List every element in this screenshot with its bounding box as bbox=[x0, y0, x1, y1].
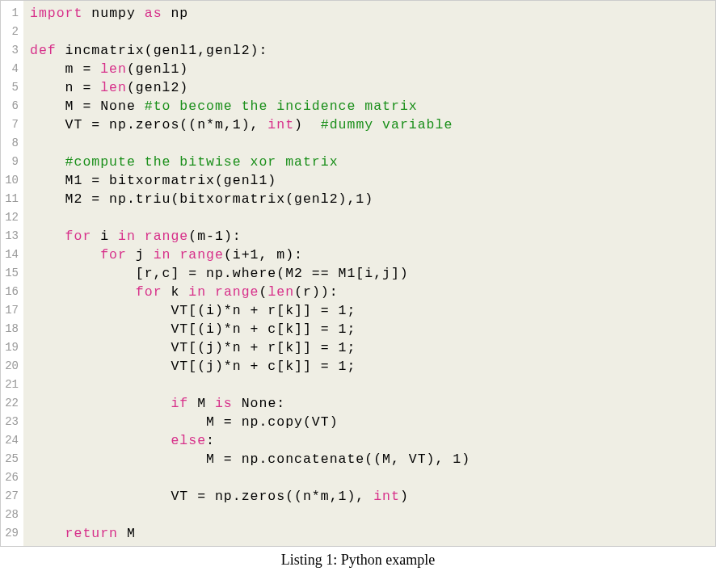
code-token: range bbox=[215, 284, 259, 300]
code-token: VT = np.zeros((n*m,1), bbox=[30, 489, 373, 504]
line-number: 21 bbox=[4, 376, 19, 394]
code-line: VT = np.zeros((n*m,1), int) bbox=[30, 487, 709, 506]
code-line: VT = np.zeros((n*m,1), int) #dummy varia… bbox=[30, 116, 709, 134]
code-token: len bbox=[267, 284, 294, 300]
code-token bbox=[30, 284, 136, 300]
line-number: 16 bbox=[4, 283, 19, 301]
code-token: #compute the bitwise xor matrix bbox=[65, 154, 339, 170]
line-number: 20 bbox=[4, 357, 19, 376]
code-token: i bbox=[91, 229, 118, 244]
code-token bbox=[30, 154, 65, 170]
line-number: 9 bbox=[4, 153, 19, 171]
line-number: 22 bbox=[4, 394, 19, 413]
code-token: as bbox=[145, 6, 162, 21]
line-number: 23 bbox=[4, 413, 19, 431]
code-token: int bbox=[373, 489, 400, 504]
code-token: range bbox=[179, 247, 224, 262]
code-line: for i in range(m-1): bbox=[30, 227, 709, 246]
code-token: n = bbox=[30, 80, 100, 95]
code-token: return bbox=[65, 526, 118, 541]
code-line: return M bbox=[30, 524, 709, 543]
line-number: 29 bbox=[4, 524, 19, 543]
code-line bbox=[30, 134, 709, 153]
line-number: 4 bbox=[4, 60, 19, 78]
code-token: ) bbox=[294, 117, 321, 132]
line-number: 3 bbox=[4, 41, 19, 60]
code-line: import numpy as np bbox=[30, 4, 709, 23]
line-number: 17 bbox=[4, 301, 19, 320]
line-number: 11 bbox=[4, 190, 19, 208]
code-token: (r)): bbox=[294, 284, 339, 300]
code-line: M2 = np.triu(bitxormatrix(genl2),1) bbox=[30, 190, 709, 208]
code-token: M = np.concatenate((M, VT), 1) bbox=[30, 452, 470, 467]
code-token: numpy bbox=[82, 6, 144, 21]
code-token bbox=[30, 433, 171, 448]
code-line: M = np.copy(VT) bbox=[30, 413, 709, 431]
code-token: M = np.copy(VT) bbox=[30, 414, 339, 430]
code-token: M bbox=[118, 526, 136, 541]
code-token: if bbox=[171, 396, 188, 411]
code-listing: 1234567891011121314151617181920212223242… bbox=[0, 0, 716, 547]
code-token: (genl2) bbox=[127, 80, 188, 95]
code-line bbox=[30, 23, 709, 41]
line-number: 19 bbox=[4, 338, 19, 357]
code-token: M = None bbox=[30, 99, 145, 114]
code-token: VT[(i)*n + c[k]] = 1; bbox=[30, 321, 356, 337]
line-number: 8 bbox=[4, 134, 19, 153]
listing-caption: Listing 1: Python example bbox=[0, 552, 716, 569]
code-token: in bbox=[118, 229, 136, 244]
code-line: for j in range(i+1, m): bbox=[30, 246, 709, 264]
code-line: M1 = bitxormatrix(genl1) bbox=[30, 171, 709, 190]
code-token: range bbox=[145, 229, 189, 244]
code-token: None: bbox=[233, 396, 285, 411]
code-line: n = len(genl2) bbox=[30, 78, 709, 97]
code-token: (genl1) bbox=[127, 61, 188, 77]
code-token bbox=[171, 247, 179, 262]
line-number: 27 bbox=[4, 487, 19, 506]
code-line bbox=[30, 468, 709, 487]
code-token: M1 = bitxormatrix(genl1) bbox=[30, 173, 276, 188]
code-token: ( bbox=[259, 284, 268, 300]
code-line: M = np.concatenate((M, VT), 1) bbox=[30, 450, 709, 468]
code-line: if M is None: bbox=[30, 394, 709, 413]
code-line: for k in range(len(r)): bbox=[30, 283, 709, 301]
code-token: M bbox=[188, 396, 215, 411]
line-number: 7 bbox=[4, 116, 19, 134]
code-token: in bbox=[188, 284, 206, 300]
code-token bbox=[206, 284, 215, 300]
code-token: int bbox=[267, 117, 294, 132]
code-line: [r,c] = np.where(M2 == M1[i,j]) bbox=[30, 264, 709, 283]
line-number-gutter: 1234567891011121314151617181920212223242… bbox=[1, 1, 23, 546]
code-token: ) bbox=[400, 489, 409, 504]
line-number: 13 bbox=[4, 227, 19, 246]
line-number: 28 bbox=[4, 506, 19, 524]
code-line: def incmatrix(genl1,genl2): bbox=[30, 41, 709, 60]
code-token bbox=[30, 396, 171, 411]
code-token: for bbox=[136, 284, 162, 300]
line-number: 2 bbox=[4, 23, 19, 41]
code-token: in bbox=[154, 247, 171, 262]
code-token: j bbox=[127, 247, 154, 262]
line-number: 5 bbox=[4, 78, 19, 97]
code-token: #to become the incidence matrix bbox=[145, 99, 418, 114]
code-line bbox=[30, 376, 709, 394]
code-line: VT[(j)*n + c[k]] = 1; bbox=[30, 357, 709, 376]
code-token: #dummy variable bbox=[321, 117, 453, 132]
code-token: VT[(i)*n + r[k]] = 1; bbox=[30, 303, 356, 318]
code-token: incmatrix(genl1,genl2): bbox=[57, 43, 268, 58]
line-number: 1 bbox=[4, 4, 19, 23]
code-line: #compute the bitwise xor matrix bbox=[30, 153, 709, 171]
line-number: 25 bbox=[4, 450, 19, 468]
code-line: m = len(genl1) bbox=[30, 60, 709, 78]
code-token: [r,c] = np.where(M2 == M1[i,j]) bbox=[30, 266, 409, 281]
code-line bbox=[30, 506, 709, 524]
line-number: 12 bbox=[4, 208, 19, 227]
code-token: def bbox=[30, 43, 57, 58]
code-token bbox=[30, 229, 65, 244]
code-token: len bbox=[100, 61, 127, 77]
code-line: else: bbox=[30, 431, 709, 450]
code-token: k bbox=[162, 284, 189, 300]
line-number: 6 bbox=[4, 97, 19, 116]
code-line: VT[(i)*n + c[k]] = 1; bbox=[30, 320, 709, 338]
line-number: 15 bbox=[4, 264, 19, 283]
